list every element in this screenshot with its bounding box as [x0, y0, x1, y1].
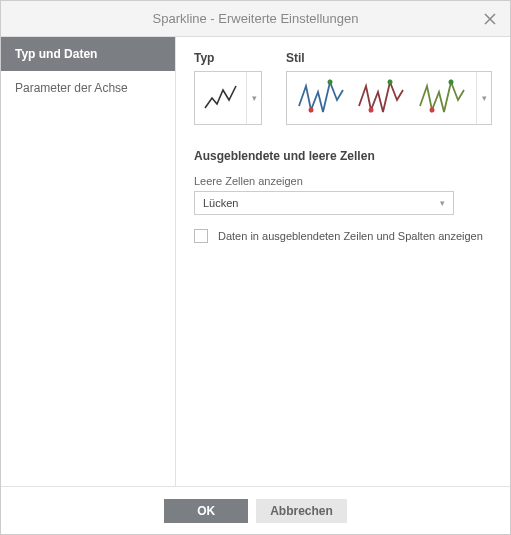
sparkline-line-icon [201, 78, 241, 118]
close-icon [484, 13, 496, 25]
svg-point-2 [369, 108, 374, 113]
chevron-down-icon: ▾ [440, 198, 445, 208]
style-label: Stil [286, 51, 492, 65]
sparkline-style-icon-2 [355, 76, 407, 120]
type-label: Typ [194, 51, 262, 65]
svg-point-1 [328, 80, 333, 85]
tab-type-and-data[interactable]: Typ und Daten [1, 37, 175, 71]
show-hidden-checkbox-label: Daten in ausgeblendeten Zeilen und Spalt… [218, 230, 483, 242]
empty-cells-label: Leere Zellen anzeigen [194, 175, 492, 187]
svg-point-3 [388, 80, 393, 85]
style-field: Stil [286, 51, 492, 125]
chevron-down-icon: ▾ [252, 93, 257, 103]
cancel-button[interactable]: Abbrechen [256, 499, 347, 523]
sparkline-style-icon-1 [295, 76, 347, 120]
type-dropdown-chevron[interactable]: ▾ [247, 72, 261, 124]
svg-point-5 [448, 80, 453, 85]
ok-button-label: OK [197, 504, 215, 518]
type-selector[interactable]: ▾ [194, 71, 262, 125]
show-hidden-checkbox[interactable] [194, 229, 208, 243]
ok-button[interactable]: OK [164, 499, 248, 523]
empty-cells-select[interactable]: Lücken ▾ [194, 191, 454, 215]
style-selector[interactable]: ▾ [286, 71, 492, 125]
empty-cells-value: Lücken [203, 197, 238, 209]
type-field: Typ ▾ [194, 51, 262, 125]
type-style-row: Typ ▾ [194, 51, 492, 125]
content-panel: Typ ▾ [176, 37, 510, 486]
style-preview [287, 72, 477, 124]
sparkline-style-icon-3 [416, 76, 468, 120]
tab-label: Parameter der Achse [15, 81, 128, 95]
svg-point-4 [429, 108, 434, 113]
dialog-body: Typ und Daten Parameter der Achse Typ [1, 37, 510, 486]
dialog-title: Sparkline - Erweiterte Einstellungen [153, 11, 359, 26]
svg-point-0 [309, 108, 314, 113]
hidden-empty-section-title: Ausgeblendete und leere Zellen [194, 149, 492, 163]
show-hidden-checkbox-row: Daten in ausgeblendeten Zeilen und Spalt… [194, 229, 492, 243]
dialog-footer: OK Abbrechen [1, 486, 510, 534]
style-dropdown-chevron[interactable]: ▾ [477, 72, 491, 124]
cancel-button-label: Abbrechen [270, 504, 333, 518]
tab-axis-parameters[interactable]: Parameter der Achse [1, 71, 175, 105]
titlebar: Sparkline - Erweiterte Einstellungen [1, 1, 510, 37]
type-preview [195, 72, 247, 124]
chevron-down-icon: ▾ [482, 93, 487, 103]
close-button[interactable] [478, 7, 502, 31]
tab-label: Typ und Daten [15, 47, 97, 61]
sparkline-settings-dialog: Sparkline - Erweiterte Einstellungen Typ… [0, 0, 511, 535]
sidebar: Typ und Daten Parameter der Achse [1, 37, 176, 486]
